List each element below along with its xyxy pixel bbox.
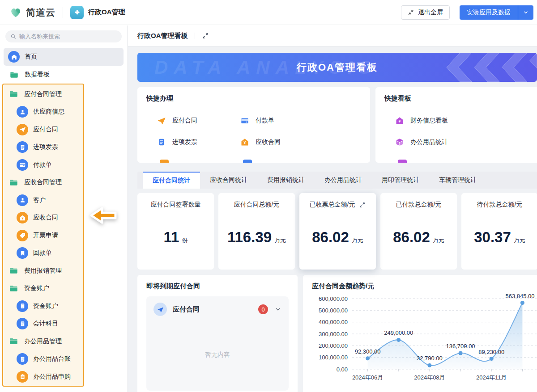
exit-fullscreen-button[interactable]: 退出全屏 xyxy=(401,5,450,20)
folder-icon xyxy=(8,70,20,80)
stat-unit: 万元 xyxy=(352,236,363,244)
quick-link[interactable]: 进项发票 xyxy=(157,131,240,153)
stat-card[interactable]: 应付合同签署数量11份 xyxy=(137,193,214,270)
svg-text:0.00: 0.00 xyxy=(337,366,348,373)
dashboard-content: DATA ANALYSIS 行政OA管理看板 快捷办理 应付合同付款单进项发票¥… xyxy=(128,46,537,392)
sidebar-item-label: 进项发票 xyxy=(33,143,58,151)
svg-text:¥: ¥ xyxy=(399,119,401,124)
svg-text:¥: ¥ xyxy=(244,141,246,145)
sidebar-item[interactable]: 供应商信息 xyxy=(4,103,82,121)
sidebar-search[interactable] xyxy=(5,30,122,42)
stat-unit: 万元 xyxy=(514,236,525,244)
folder-icon xyxy=(8,337,19,346)
sidebar-item[interactable]: 付款单 xyxy=(4,156,82,174)
quick-link[interactable]: 办公用品统计 xyxy=(395,131,503,153)
header-divider xyxy=(63,7,63,18)
sidebar-item-label: 客户 xyxy=(33,196,46,204)
search-input[interactable] xyxy=(19,33,109,40)
quick-actions-card: 快捷办理 应付合同付款单进项发票¥应收合同 xyxy=(137,87,370,163)
svg-text:2024年06月: 2024年06月 xyxy=(352,374,383,381)
sidebar-item[interactable]: 会计科目 xyxy=(4,315,82,333)
sidebar-item[interactable]: 办公用品管理 xyxy=(4,333,82,350)
clipboard-icon xyxy=(17,371,28,383)
stats-tabs: 应付合同统计应收合同统计费用报销统计办公用品统计用印管理统计车辆管理统计 xyxy=(137,172,537,189)
brand-logo[interactable]: 简道云 xyxy=(9,6,55,19)
box-icon xyxy=(395,138,404,147)
install-app-button[interactable]: 安装应用及数据 xyxy=(460,5,533,20)
sidebar-item[interactable]: 应付合同 xyxy=(4,121,82,139)
sidebar-item[interactable]: 办公用品申购 xyxy=(4,368,82,386)
sidebar-item[interactable]: 开票申请 xyxy=(4,227,82,244)
sidebar-item-label: 办公用品台账 xyxy=(33,355,71,363)
app-header: 简道云 行政OA管理 退出全屏 安装应用及数据 xyxy=(0,0,537,25)
sidebar-item[interactable]: 应收合同管理 xyxy=(4,174,82,192)
stat-title: 应付合同总额/元 xyxy=(234,201,280,209)
sidebar-item[interactable]: 客户 xyxy=(4,191,82,209)
card-icon xyxy=(240,116,249,125)
folder-icon xyxy=(8,284,19,293)
stat-card[interactable]: 应付合同总额/元116.39万元 xyxy=(218,193,295,270)
house-yen-icon: ¥ xyxy=(240,138,249,147)
stat-value: 116.39 xyxy=(227,229,272,246)
sidebar-item-label: 办公用品申购 xyxy=(33,373,71,381)
stat-title: 待付款总金额/元 xyxy=(477,201,523,209)
tab-item[interactable]: 车辆管理统计 xyxy=(429,172,486,189)
install-app-label: 安装应用及数据 xyxy=(460,5,518,20)
send-icon xyxy=(153,303,167,316)
quick-link[interactable]: ¥财务信息看板 xyxy=(395,110,503,131)
sidebar-item[interactable]: 资金账户 xyxy=(4,280,82,298)
app-puzzle-icon xyxy=(70,6,84,19)
tab-item[interactable]: 办公用品统计 xyxy=(315,172,372,189)
stat-card[interactable]: 已付款总金额/元86.02万元 xyxy=(380,193,457,270)
quick-link[interactable]: 应付合同 xyxy=(157,110,240,131)
sidebar-item-label: 付款单 xyxy=(33,161,52,169)
stat-card[interactable]: 待付款总金额/元30.37万元 xyxy=(461,193,537,270)
quick-boards-title: 快捷看板 xyxy=(384,94,537,103)
sidebar-item[interactable]: 办公用品台账 xyxy=(4,350,82,368)
svg-text:2024年08月: 2024年08月 xyxy=(414,374,445,381)
quick-link[interactable]: ¥应收合同 xyxy=(240,131,324,153)
sidebar-item[interactable]: 资金账户 xyxy=(4,297,82,315)
svg-text:200,000.00: 200,000.00 xyxy=(319,342,348,349)
stat-value: 30.37 xyxy=(474,229,511,246)
sidebar-item[interactable]: 首页 xyxy=(4,48,124,66)
sidebar-item-label: 应收合同管理 xyxy=(24,178,62,186)
count-badge: 0 xyxy=(258,304,268,314)
tab-item[interactable]: 应收合同统计 xyxy=(200,172,257,189)
tab-item[interactable]: 费用报销统计 xyxy=(257,172,315,189)
folder-icon xyxy=(8,89,19,99)
stat-card[interactable]: 已收票总金额/元86.02万元 xyxy=(299,193,376,270)
stat-value: 86.02 xyxy=(312,229,349,246)
expand-icon[interactable] xyxy=(359,202,366,208)
quick-link[interactable]: 付款单 xyxy=(240,110,324,131)
quick-boards-card: 快捷看板 ¥财务信息看板办公用品统计 xyxy=(375,87,537,163)
tab-item[interactable]: 用印管理统计 xyxy=(372,172,429,189)
sidebar-item[interactable]: 回款单 xyxy=(4,244,82,262)
tab-active[interactable]: 应付合同统计 xyxy=(143,172,200,189)
clipped-icon-stub xyxy=(398,160,407,163)
sidebar-item-label: 办公用品管理 xyxy=(24,337,62,346)
sidebar-item[interactable]: 费用报销管理 xyxy=(4,262,82,280)
contract-group-header[interactable]: 应付合同 0 xyxy=(153,303,281,316)
card-icon xyxy=(17,159,28,171)
sidebar-item[interactable]: 数据看板 xyxy=(4,66,124,84)
chevron-down-icon[interactable] xyxy=(274,306,281,313)
chevron-down-icon[interactable] xyxy=(518,5,533,20)
sidebar-item[interactable]: 进项发票 xyxy=(4,139,82,156)
svg-text:100,000.00: 100,000.00 xyxy=(319,354,348,361)
doc-icon xyxy=(17,353,28,365)
stat-unit: 份 xyxy=(182,236,188,244)
quick-link-label: 办公用品统计 xyxy=(410,138,448,146)
sidebar-item-label: 首页 xyxy=(25,53,37,61)
current-app[interactable]: 行政OA管理 xyxy=(70,6,125,19)
fullscreen-expand-icon[interactable] xyxy=(202,32,209,39)
svg-text:32,790.00: 32,790.00 xyxy=(417,355,443,362)
send-icon xyxy=(157,116,166,125)
home-icon xyxy=(8,51,20,63)
sidebar-item[interactable]: 应付合同管理 xyxy=(4,85,82,103)
stat-cards-row: 应付合同签署数量11份应付合同总额/元116.39万元已收票总金额/元86.02… xyxy=(137,193,537,270)
house-yen-icon: ¥ xyxy=(17,212,28,223)
doc-icon xyxy=(157,138,166,147)
sidebar-item[interactable]: ¥应收合同 xyxy=(4,209,82,227)
sidebar-item-label: 开票申请 xyxy=(33,232,58,240)
